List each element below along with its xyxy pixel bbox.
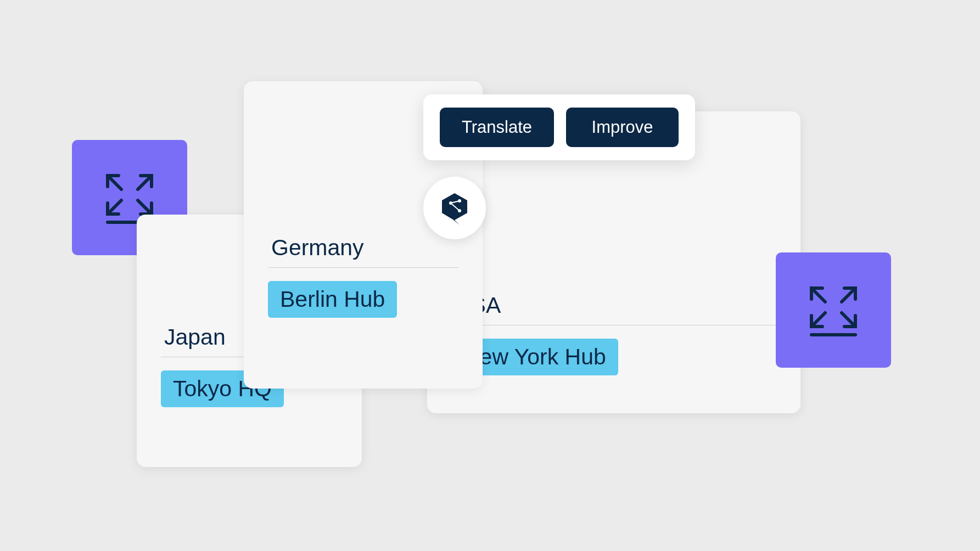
divider [451,325,776,325]
translate-button[interactable]: Translate [440,108,554,147]
ai-toolbar: Translate Improve [423,94,695,160]
hub-tag[interactable]: Berlin Hub [268,281,397,318]
expand-decoration-right [776,252,891,368]
country-label: USA [451,293,776,318]
expand-icon [806,283,861,338]
ai-logo-badge[interactable] [423,177,486,239]
divider [268,267,458,268]
country-label: Germany [268,235,458,261]
hexagon-chat-icon [438,191,472,225]
improve-button[interactable]: Improve [566,108,679,147]
